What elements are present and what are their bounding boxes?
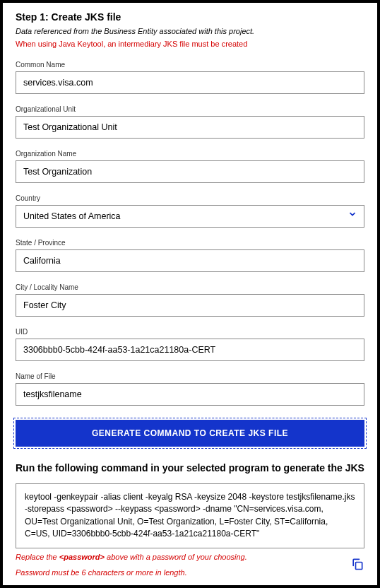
generate-command-button[interactable]: GENERATE COMMAND TO CREATE JKS FILE <box>16 420 364 447</box>
org-name-input[interactable] <box>16 160 364 183</box>
note1-bold: <password> <box>59 553 105 561</box>
uid-label: UID <box>16 328 364 336</box>
state-input[interactable] <box>16 249 364 272</box>
city-label: City / Locality Name <box>16 283 364 291</box>
common-name-label: Common Name <box>16 61 364 69</box>
org-unit-label: Organizational Unit <box>16 105 364 113</box>
state-label: State / Province <box>16 239 364 247</box>
common-name-input[interactable] <box>16 71 364 94</box>
note1-suffix: above with a password of your choosing. <box>105 553 247 561</box>
password-length-note: Password must be 6 characters or more in… <box>16 568 345 577</box>
note1-prefix: Replace the <box>16 553 59 561</box>
step-subtitle: Data referenced from the Business Entity… <box>16 27 364 35</box>
country-select[interactable]: United States of America <box>16 205 364 228</box>
svg-rect-0 <box>356 562 362 569</box>
uid-input[interactable] <box>16 339 364 361</box>
filename-input[interactable] <box>16 383 364 406</box>
command-output: keytool -genkeypair -alias client -keyal… <box>16 483 364 548</box>
password-replace-note: Replace the <password> above with a pass… <box>16 553 345 561</box>
copy-icon[interactable] <box>350 557 364 573</box>
city-input[interactable] <box>16 294 364 317</box>
step-warning: When using Java Keytool, an intermediary… <box>16 40 364 48</box>
country-label: Country <box>16 194 364 202</box>
org-unit-input[interactable] <box>16 116 364 139</box>
step-title: Step 1: Create JKS file <box>16 11 364 23</box>
org-name-label: Organization Name <box>16 150 364 158</box>
filename-label: Name of File <box>16 372 364 380</box>
run-command-title: Run the following command in your select… <box>16 462 364 474</box>
